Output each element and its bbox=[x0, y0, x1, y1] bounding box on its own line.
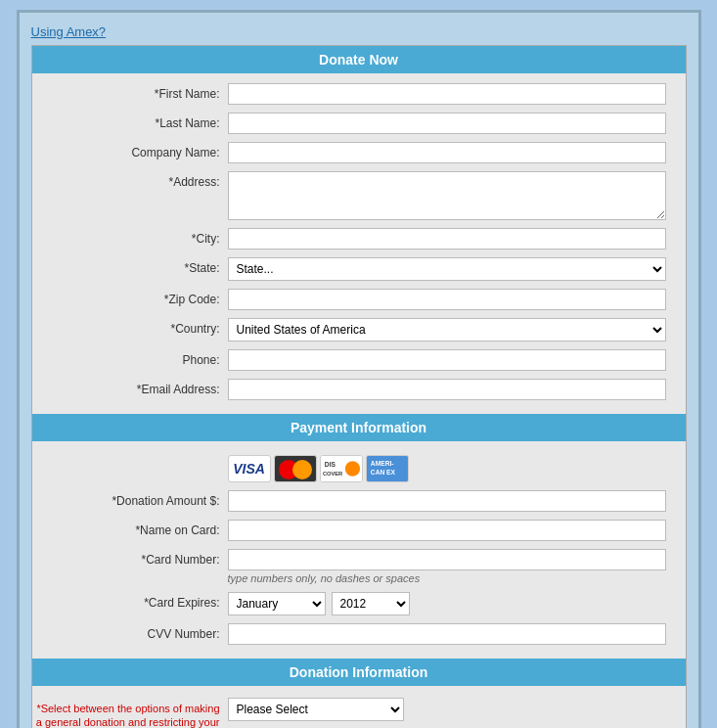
company-name-label: Company Name: bbox=[32, 142, 228, 159]
last-name-input[interactable] bbox=[228, 113, 666, 134]
state-label: *State: bbox=[32, 257, 228, 275]
city-input[interactable] bbox=[228, 228, 666, 250]
donation-type-select[interactable]: Please Select General Donation Specific … bbox=[228, 698, 404, 721]
svg-text:DIS: DIS bbox=[324, 461, 336, 468]
card-number-label: *Card Number: bbox=[32, 549, 228, 567]
donate-now-body: *First Name: *Last Name: Company Name: *… bbox=[32, 73, 686, 414]
state-row: *State: State... bbox=[32, 255, 686, 283]
svg-point-3 bbox=[344, 461, 359, 476]
zip-row: *Zip Code: bbox=[32, 287, 686, 312]
country-row: *Country: United States of America bbox=[32, 316, 686, 343]
svg-text:CAN EX: CAN EX bbox=[370, 469, 395, 476]
payment-info-body: VISA DIS COVER AMERI- CAN EX bbox=[32, 441, 686, 659]
donation-info-row: *Select between the options of making a … bbox=[32, 694, 686, 728]
address-label: *Address: bbox=[32, 171, 228, 189]
country-select[interactable]: United States of America bbox=[228, 318, 666, 341]
donation-info-body: *Select between the options of making a … bbox=[32, 686, 686, 728]
name-on-card-label: *Name on Card: bbox=[32, 520, 228, 537]
email-row: *Email Address: bbox=[32, 377, 686, 402]
phone-row: Phone: bbox=[32, 347, 686, 373]
amex-logo: AMERI- CAN EX bbox=[366, 455, 409, 482]
email-input[interactable] bbox=[228, 379, 666, 400]
country-label: *Country: bbox=[32, 318, 228, 336]
card-logos-row: VISA DIS COVER AMERI- CAN EX bbox=[32, 449, 686, 488]
phone-input[interactable] bbox=[228, 349, 666, 371]
payment-info-header: Payment Information bbox=[32, 414, 686, 441]
name-on-card-row: *Name on Card: bbox=[32, 518, 686, 543]
card-expires-row: *Card Expires: January February March Ap… bbox=[32, 590, 686, 617]
first-name-label: *First Name: bbox=[32, 83, 228, 101]
donate-now-header: Donate Now bbox=[32, 46, 686, 73]
cvv-row: CVV Number: bbox=[32, 621, 686, 647]
city-label: *City: bbox=[32, 228, 228, 246]
state-select[interactable]: State... bbox=[228, 257, 666, 281]
using-amex-link[interactable]: Using Amex? bbox=[31, 24, 687, 39]
donation-info-header: Donation Information bbox=[32, 659, 686, 686]
expires-selects: January February March April May June Ju… bbox=[228, 592, 666, 615]
first-name-row: *First Name: bbox=[32, 81, 686, 107]
zip-input[interactable] bbox=[228, 289, 666, 310]
address-row: *Address: bbox=[32, 169, 686, 222]
donation-amount-row: *Donation Amount $: bbox=[32, 488, 686, 514]
name-on-card-input[interactable] bbox=[228, 520, 666, 541]
main-container: Using Amex? Donate Now *First Name: *Las… bbox=[17, 10, 701, 728]
last-name-label: *Last Name: bbox=[32, 113, 228, 130]
company-name-input[interactable] bbox=[228, 142, 666, 163]
month-select[interactable]: January February March April May June Ju… bbox=[228, 592, 326, 615]
zip-label: *Zip Code: bbox=[32, 289, 228, 306]
cvv-input[interactable] bbox=[228, 623, 666, 645]
svg-text:AMERI-: AMERI- bbox=[370, 460, 393, 467]
card-expires-label: *Card Expires: bbox=[32, 592, 228, 610]
year-select[interactable]: 2012 2013 2014 2015 2016 2017 2018 2019 … bbox=[332, 592, 410, 615]
card-number-hint: type numbers only, no dashes or spaces bbox=[228, 572, 666, 584]
first-name-input[interactable] bbox=[228, 83, 666, 105]
visa-card-logo: VISA bbox=[228, 455, 271, 482]
card-number-row: *Card Number: type numbers only, no dash… bbox=[32, 547, 686, 586]
mastercard-logo bbox=[274, 455, 317, 482]
donate-form: Donate Now *First Name: *Last Name: Comp… bbox=[31, 45, 687, 728]
phone-label: Phone: bbox=[32, 349, 228, 367]
donation-amount-label: *Donation Amount $: bbox=[32, 490, 228, 508]
cvv-label: CVV Number: bbox=[32, 623, 228, 641]
email-label: *Email Address: bbox=[32, 379, 228, 396]
card-number-input[interactable] bbox=[228, 549, 666, 570]
svg-text:COVER: COVER bbox=[322, 471, 342, 477]
donation-amount-input[interactable] bbox=[228, 490, 666, 512]
address-input[interactable] bbox=[228, 171, 666, 220]
company-name-row: Company Name: bbox=[32, 140, 686, 165]
donation-info-label: *Select between the options of making a … bbox=[32, 698, 228, 728]
last-name-row: *Last Name: bbox=[32, 111, 686, 136]
city-row: *City: bbox=[32, 226, 686, 251]
discover-logo: DIS COVER bbox=[320, 455, 363, 482]
